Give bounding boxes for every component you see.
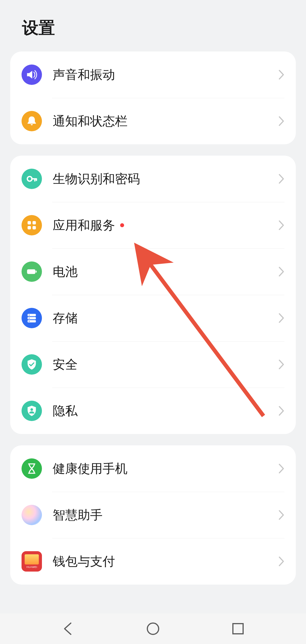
settings-item-digital-balance[interactable]: 健康使用手机 bbox=[10, 445, 296, 492]
nav-home-button[interactable] bbox=[144, 620, 162, 637]
chevron-right-icon bbox=[278, 463, 284, 474]
page-title: 设置 bbox=[0, 0, 306, 51]
shield-check-icon bbox=[22, 354, 42, 375]
settings-item-label: 安全 bbox=[53, 356, 278, 373]
settings-item-label: 应用和服务 bbox=[53, 217, 278, 234]
storage-icon bbox=[22, 308, 42, 328]
chevron-right-icon bbox=[278, 173, 284, 184]
svg-rect-5 bbox=[27, 269, 35, 274]
notification-dot bbox=[120, 223, 124, 227]
volume-icon bbox=[22, 65, 42, 85]
settings-item-apps[interactable]: 应用和服务 bbox=[10, 202, 296, 248]
settings-item-notifications[interactable]: 通知和状态栏 bbox=[10, 98, 296, 144]
svg-rect-3 bbox=[27, 226, 31, 229]
settings-group: 生物识别和密码应用和服务电池存储安全隐私 bbox=[10, 156, 296, 434]
chevron-right-icon bbox=[278, 266, 284, 277]
settings-group: 声音和振动通知和状态栏 bbox=[10, 51, 296, 144]
chevron-right-icon bbox=[278, 405, 284, 416]
settings-item-security[interactable]: 安全 bbox=[10, 341, 296, 388]
settings-item-biometrics[interactable]: 生物识别和密码 bbox=[10, 156, 296, 202]
settings-item-label: 电池 bbox=[53, 263, 278, 280]
settings-item-sound[interactable]: 声音和振动 bbox=[10, 51, 296, 98]
chevron-right-icon bbox=[278, 556, 284, 567]
settings-item-label: 智慧助手 bbox=[53, 507, 278, 523]
settings-item-wallet[interactable]: HUAWEI钱包与支付 bbox=[10, 538, 296, 585]
chevron-right-icon bbox=[278, 220, 284, 231]
assistant-icon bbox=[22, 505, 42, 525]
settings-item-label: 钱包与支付 bbox=[53, 553, 278, 570]
settings-item-label: 健康使用手机 bbox=[53, 460, 278, 477]
settings-item-label: 生物识别和密码 bbox=[53, 171, 278, 187]
wallet-brand-label: HUAWEI bbox=[26, 566, 37, 568]
settings-group: 健康使用手机智慧助手HUAWEI钱包与支付 bbox=[10, 445, 296, 585]
svg-point-11 bbox=[29, 318, 29, 319]
svg-point-13 bbox=[30, 408, 33, 411]
settings-item-label: 存储 bbox=[53, 310, 278, 327]
hourglass-icon bbox=[22, 458, 42, 479]
chevron-right-icon bbox=[278, 359, 284, 370]
svg-point-15 bbox=[147, 623, 159, 634]
settings-item-label: 声音和振动 bbox=[53, 66, 278, 83]
bell-icon bbox=[22, 111, 42, 131]
shield-user-icon bbox=[22, 401, 42, 421]
battery-icon bbox=[22, 261, 42, 282]
wallet-icon: HUAWEI bbox=[22, 551, 42, 572]
chevron-right-icon bbox=[278, 116, 284, 126]
apps-icon bbox=[22, 215, 42, 235]
settings-item-privacy[interactable]: 隐私 bbox=[10, 388, 296, 434]
svg-rect-16 bbox=[233, 624, 243, 634]
svg-rect-2 bbox=[33, 221, 36, 224]
chevron-right-icon bbox=[278, 69, 284, 80]
chevron-right-icon bbox=[278, 313, 284, 323]
settings-item-battery[interactable]: 电池 bbox=[10, 248, 296, 295]
svg-point-10 bbox=[29, 315, 29, 315]
nav-recent-button[interactable] bbox=[230, 620, 246, 637]
svg-rect-1 bbox=[27, 221, 31, 224]
svg-rect-6 bbox=[36, 271, 37, 272]
settings-item-assistant[interactable]: 智慧助手 bbox=[10, 492, 296, 538]
settings-item-label: 隐私 bbox=[53, 403, 278, 419]
svg-point-12 bbox=[29, 321, 29, 322]
settings-item-storage[interactable]: 存储 bbox=[10, 295, 296, 341]
settings-item-label: 通知和状态栏 bbox=[53, 113, 278, 130]
nav-back-button[interactable] bbox=[60, 620, 76, 637]
key-icon bbox=[22, 169, 42, 189]
chevron-right-icon bbox=[278, 510, 284, 520]
svg-rect-4 bbox=[33, 226, 36, 229]
nav-bar bbox=[0, 613, 306, 644]
